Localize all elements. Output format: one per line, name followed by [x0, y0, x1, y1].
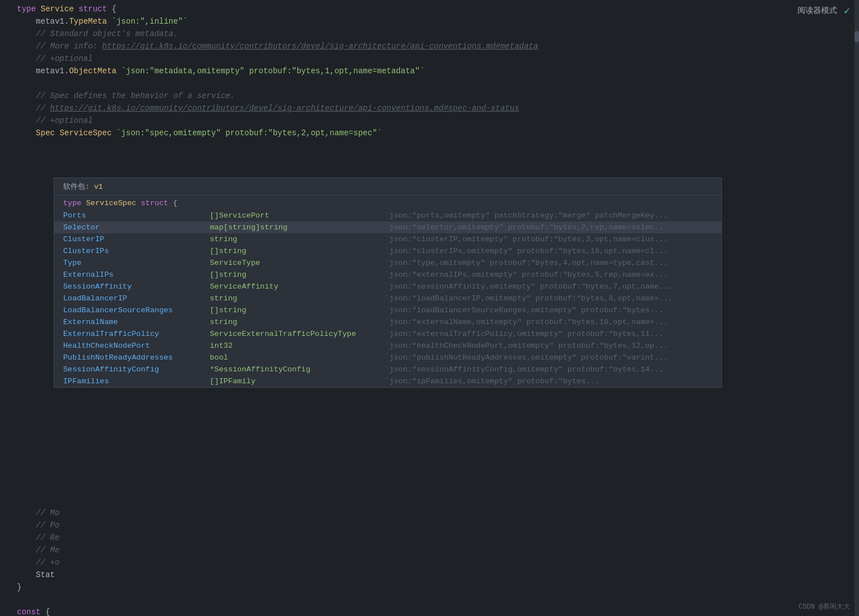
popup-type-line: type ServiceSpec struct {: [54, 196, 721, 210]
line-content: // +optional: [17, 54, 850, 63]
scrollbar[interactable]: [854, 0, 859, 616]
autocomplete-field-type: []string: [210, 271, 385, 279]
line-content: }: [17, 583, 850, 592]
line-content: // Me: [17, 546, 850, 555]
autocomplete-row[interactable]: LoadBalancerSourceRanges[]string`json:"l…: [54, 304, 721, 316]
autocomplete-field-json: `json:"sessionAffinity,omitempty" protob…: [385, 282, 712, 291]
autocomplete-popup: 软件包: v1 type ServiceSpec struct { Ports[…: [54, 178, 722, 388]
autocomplete-field-name: SessionAffinityConfig: [63, 365, 210, 374]
autocomplete-field-json: `json:"ipFamilies,omitempty" protobuf:"b…: [385, 377, 712, 385]
line-content: // Standard object's metadata.: [17, 29, 850, 38]
autocomplete-row[interactable]: ClusterIPstring`json:"clusterIP,omitempt…: [54, 233, 721, 245]
autocomplete-row[interactable]: PublishNotReadyAddressesbool`json:"publi…: [54, 352, 721, 364]
code-line: // Standard object's metadata.: [0, 29, 854, 42]
code-line: // More info: https://git.k8s.io/communi…: [0, 42, 854, 54]
code-line: type Service struct {: [0, 5, 854, 17]
autocomplete-field-name: LoadBalancerIP: [63, 294, 210, 303]
autocomplete-row[interactable]: Ports[]ServicePort`json:"ports,omitempty…: [54, 210, 721, 221]
autocomplete-field-json: `json:"type,omitempty" protobuf:"bytes,4…: [385, 259, 712, 267]
code-line: // Me: [0, 546, 854, 558]
autocomplete-row[interactable]: ExternalTrafficPolicyServiceExternalTraf…: [54, 328, 721, 340]
line-content: const {: [17, 608, 850, 616]
line-content: // +o: [17, 558, 850, 567]
autocomplete-row[interactable]: ExternalNamestring`json:"externalName,om…: [54, 316, 721, 328]
autocomplete-field-type: string: [210, 235, 385, 243]
line-content: type Service struct {: [17, 5, 850, 14]
autocomplete-field-type: map[string]string: [210, 223, 385, 232]
code-line: // Po: [0, 521, 854, 533]
autocomplete-field-json: `json:"clusterIP,omitempty" protobuf:"by…: [385, 235, 712, 243]
code-line: [0, 79, 854, 91]
autocomplete-field-name: Type: [63, 259, 210, 267]
scroll-thumb[interactable]: [854, 31, 859, 42]
autocomplete-field-name: HealthCheckNodePort: [63, 342, 210, 350]
autocomplete-field-json: `json:"ports,omitempty" patchStrategy:"m…: [385, 211, 712, 220]
autocomplete-field-json: `json:"selector,omitempty" protobuf:"byt…: [385, 223, 712, 232]
autocomplete-field-name: Selector: [63, 223, 210, 232]
line-content: // More info: https://git.k8s.io/communi…: [17, 42, 850, 51]
line-content: // Mo: [17, 508, 850, 517]
autocomplete-row[interactable]: SessionAffinityServiceAffinity`json:"ses…: [54, 281, 721, 293]
autocomplete-field-json: `json:"loadBalancerSourceRanges,omitempt…: [385, 306, 712, 314]
autocomplete-row[interactable]: SessionAffinityConfig*SessionAffinityCon…: [54, 364, 721, 375]
autocomplete-row[interactable]: Selectormap[string]string`json:"selector…: [54, 221, 721, 233]
autocomplete-row[interactable]: ClusterIPs[]string`json:"clusterIPs,omit…: [54, 245, 721, 257]
autocomplete-field-type: *SessionAffinityConfig: [210, 365, 385, 374]
line-content: [17, 79, 850, 88]
autocomplete-field-name: PublishNotReadyAddresses: [63, 353, 210, 362]
code-line: // +optional: [0, 54, 854, 67]
top-bar: 阅读器模式 ✓: [788, 0, 859, 21]
autocomplete-field-json: `json:"loadBalancerIP,omitempty" protobu…: [385, 294, 712, 303]
code-line: Spec ServiceSpec `json:"spec,omitempty" …: [0, 128, 854, 141]
autocomplete-field-name: ExternalTrafficPolicy: [63, 330, 210, 338]
autocomplete-field-name: ExternalName: [63, 318, 210, 326]
autocomplete-field-type: string: [210, 318, 385, 326]
autocomplete-field-type: []string: [210, 306, 385, 314]
autocomplete-field-name: SessionAffinity: [63, 282, 210, 291]
autocomplete-field-type: []string: [210, 247, 385, 255]
autocomplete-row[interactable]: IPFamilies[]IPFamily`json:"ipFamilies,om…: [54, 375, 721, 387]
software-package-label: 软件包:: [63, 183, 90, 191]
code-after-popup: // Mo // Po // Re // Me // +o Stat }: [0, 508, 854, 616]
code-container: type Service struct { metav1.TypeMeta `j…: [0, 0, 854, 616]
code-line: Stat: [0, 570, 854, 583]
autocomplete-field-json: `json:"clusterIPs,omitempty" protobuf:"b…: [385, 247, 712, 255]
autocomplete-field-type: string: [210, 294, 385, 303]
autocomplete-field-json: `json:"publishNotReadyAddresses,omitempt…: [385, 353, 712, 362]
autocomplete-field-type: ServiceAffinity: [210, 282, 385, 291]
code-line: // Mo: [0, 508, 854, 521]
code-line: const {: [0, 608, 854, 616]
code-line: }: [0, 583, 854, 595]
autocomplete-field-type: []ServicePort: [210, 211, 385, 220]
code-line: // +optional: [0, 116, 854, 128]
code-line: [0, 595, 854, 608]
line-content: Stat: [17, 570, 850, 579]
autocomplete-row[interactable]: ExternalIPs[]string`json:"externalIPs,om…: [54, 269, 721, 281]
code-line: // https://git.k8s.io/community/contribu…: [0, 104, 854, 116]
autocomplete-row[interactable]: TypeServiceType`json:"type,omitempty" pr…: [54, 257, 721, 269]
autocomplete-field-json: `json:"sessionAffinityConfig,omitempty" …: [385, 365, 712, 374]
autocomplete-field-name: Ports: [63, 211, 210, 220]
autocomplete-field-name: ClusterIP: [63, 235, 210, 243]
popup-rows-container: Ports[]ServicePort`json:"ports,omitempty…: [54, 210, 721, 387]
code-line: // +o: [0, 558, 854, 570]
autocomplete-field-json: `json:"healthCheckNodePort,omitempty" pr…: [385, 342, 712, 350]
autocomplete-field-name: ClusterIPs: [63, 247, 210, 255]
line-content: // Re: [17, 533, 850, 542]
autocomplete-row[interactable]: HealthCheckNodePortint32`json:"healthChe…: [54, 340, 721, 352]
line-content: // +optional: [17, 116, 850, 125]
autocomplete-field-name: IPFamilies: [63, 377, 210, 385]
reader-mode-button[interactable]: 阅读器模式: [798, 6, 837, 16]
autocomplete-field-type: int32: [210, 342, 385, 350]
autocomplete-row[interactable]: LoadBalancerIPstring`json:"loadBalancerI…: [54, 293, 721, 304]
line-content: metav1.ObjectMeta `json:"metadata,omitem…: [17, 67, 850, 76]
autocomplete-field-type: ServiceExternalTrafficPolicyType: [210, 330, 385, 338]
autocomplete-field-type: []IPFamily: [210, 377, 385, 385]
autocomplete-field-name: LoadBalancerSourceRanges: [63, 306, 210, 314]
software-version: v1: [94, 183, 103, 191]
autocomplete-field-type: bool: [210, 353, 385, 362]
code-line: metav1.TypeMeta `json:",inline"`: [0, 17, 854, 29]
line-content: // https://git.k8s.io/community/contribu…: [17, 104, 850, 113]
autocomplete-field-json: `json:"externalTrafficPolicy,omitempty" …: [385, 330, 712, 338]
autocomplete-field-json: `json:"externalIPs,omitempty" protobuf:"…: [385, 271, 712, 279]
